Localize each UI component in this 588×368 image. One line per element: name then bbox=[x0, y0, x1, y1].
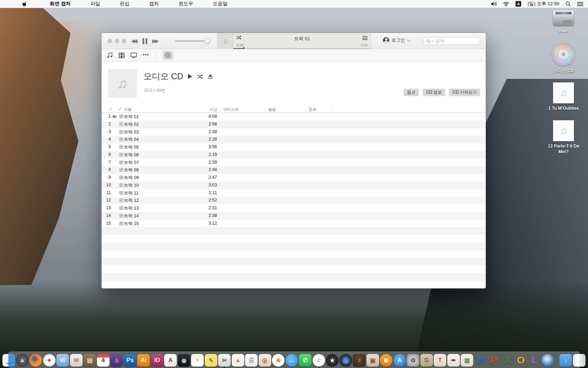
input-source-icon[interactable]: A bbox=[516, 1, 521, 7]
itunes-icon[interactable]: ♫ bbox=[313, 354, 325, 367]
dock-item-photos[interactable]: ❀ bbox=[272, 354, 285, 367]
desktop-icon-audio[interactable]: ♫12 Parle-T-Il De Moi? bbox=[545, 120, 582, 155]
track-checkbox[interactable]: ✓ bbox=[119, 137, 123, 141]
dock-item-finder[interactable]: ‿ bbox=[2, 354, 15, 367]
excel-icon[interactable]: X bbox=[501, 354, 514, 367]
dock-item-keynote[interactable]: T bbox=[434, 354, 446, 367]
shuffle-album-icon[interactable] bbox=[197, 74, 203, 79]
dock-item-textedit[interactable]: ≡ bbox=[191, 354, 204, 367]
stickies-icon[interactable]: ✎ bbox=[205, 354, 217, 367]
dock-item-imovie[interactable]: ★ bbox=[326, 354, 338, 367]
track-row[interactable]: 4✓트랙 042:28 bbox=[102, 136, 486, 143]
track-row[interactable]: 5✓트랙 053:56 bbox=[102, 143, 486, 151]
track-checkbox[interactable]: ✓ bbox=[119, 153, 123, 157]
menu-item-edit[interactable]: 편집 bbox=[120, 1, 130, 7]
imovie-icon[interactable]: ★ bbox=[326, 354, 338, 367]
track-checkbox[interactable]: ✓ bbox=[119, 161, 123, 164]
next-track-button[interactable]: ▶▶ bbox=[152, 38, 159, 44]
dock-item-mail[interactable]: ✉ bbox=[70, 354, 83, 367]
eject-icon[interactable] bbox=[208, 74, 212, 79]
pages-icon[interactable]: ✒ bbox=[447, 354, 460, 367]
dock-item-stickies[interactable]: ✎ bbox=[205, 354, 217, 367]
track-checkbox[interactable]: ✓ bbox=[119, 145, 123, 149]
menu-item-window[interactable]: 윈도우 bbox=[178, 1, 193, 7]
track-row[interactable]: 11✓트랙 112:11 bbox=[102, 189, 486, 197]
movies-tab-icon[interactable] bbox=[119, 53, 125, 58]
dock-item-contacts[interactable]: ▤ bbox=[83, 354, 96, 367]
pause-button[interactable] bbox=[142, 38, 147, 44]
track-row[interactable]: 7✓트랙 072:39 bbox=[102, 159, 486, 166]
keynote-icon[interactable]: T bbox=[434, 354, 446, 367]
garageband-icon[interactable]: ♪ bbox=[353, 354, 365, 367]
dock-item-facetime[interactable]: ✆ bbox=[299, 354, 312, 367]
track-row[interactable]: 3✓트랙 032:38 bbox=[102, 128, 486, 136]
track-row[interactable]: 9✓트랙 092:47 bbox=[102, 174, 486, 182]
track-checkbox[interactable]: ✓ bbox=[119, 130, 123, 134]
dock-item-system-preferences[interactable]: ⚙ bbox=[407, 354, 419, 367]
dock-item-photoshop[interactable]: Ps bbox=[124, 354, 136, 367]
dock-item-map-tool[interactable]: ◎ bbox=[259, 354, 271, 367]
dock-item-disc-burner[interactable]: ◎ bbox=[340, 354, 352, 367]
audio-cd-tab-selected[interactable] bbox=[163, 51, 173, 60]
grab-icon[interactable]: ✂ bbox=[218, 354, 231, 367]
dock-item-grab[interactable]: ✂ bbox=[218, 354, 231, 367]
dock-item-w-globe-app[interactable]: W bbox=[56, 354, 69, 367]
photoshop-icon[interactable]: Ps bbox=[124, 354, 136, 367]
dock-item-excel[interactable]: X bbox=[501, 354, 514, 367]
track-checkbox[interactable]: ✓ bbox=[119, 222, 123, 225]
firefox-icon[interactable] bbox=[29, 354, 42, 367]
safari-icon[interactable]: ✦ bbox=[43, 354, 56, 367]
photo-booth-icon[interactable]: ▣ bbox=[366, 354, 379, 367]
track-checkbox[interactable]: ✓ bbox=[119, 122, 123, 126]
dock-item-firefox[interactable] bbox=[29, 354, 42, 367]
dock-item-calendar[interactable]: 4 bbox=[97, 354, 110, 367]
dock-item-illustrator[interactable]: Ai bbox=[137, 354, 150, 367]
desktop-icon-cd[interactable]: 오디오 CD bbox=[552, 43, 575, 74]
track-row[interactable]: 10✓트랙 103:03 bbox=[102, 182, 486, 189]
dock-item-outlook[interactable]: O bbox=[514, 354, 527, 367]
cd-import-button[interactable]: CD 가져오기 bbox=[449, 89, 480, 96]
map-tool-icon[interactable]: ◎ bbox=[259, 354, 271, 367]
mail-icon[interactable]: ✉ bbox=[70, 354, 83, 367]
audio-icon[interactable]: ♫ bbox=[553, 120, 574, 141]
dock-item-launchpad[interactable]: ▲ bbox=[16, 354, 29, 367]
apple-menu-icon[interactable] bbox=[22, 1, 27, 7]
dock-item-ibooks[interactable]: ⋓ bbox=[380, 354, 392, 367]
dock-item-dvd-app[interactable]: ◉ bbox=[178, 354, 190, 367]
minimize-button[interactable] bbox=[115, 39, 119, 43]
dvd-app-icon[interactable]: ◉ bbox=[178, 354, 190, 367]
audio-icon[interactable]: ♫ bbox=[553, 82, 574, 103]
track-row[interactable]: 8✓트랙 082:48 bbox=[102, 166, 486, 174]
search-field[interactable]: 검색 bbox=[424, 37, 480, 45]
close-button[interactable] bbox=[108, 39, 112, 43]
w-globe-app-icon[interactable]: W bbox=[56, 354, 69, 367]
installer-g-icon[interactable]: G bbox=[420, 354, 433, 367]
dock-item-web-downloader[interactable]: ↓ bbox=[541, 354, 554, 367]
dock-item-numbers[interactable]: ▥ bbox=[461, 354, 473, 367]
track-checkbox[interactable]: ✓ bbox=[119, 191, 123, 195]
column-check[interactable]: ✓ bbox=[119, 107, 122, 111]
calendar-icon[interactable]: 4 bbox=[97, 354, 110, 367]
disc-burner-icon[interactable]: ◎ bbox=[340, 354, 352, 367]
indesign-icon[interactable]: ID bbox=[151, 354, 163, 367]
options-button[interactable]: 옵션 bbox=[404, 89, 419, 96]
numbers-icon[interactable]: ▥ bbox=[461, 354, 473, 367]
zoom-button[interactable] bbox=[122, 39, 126, 43]
dock-item-pages[interactable]: ✒ bbox=[447, 354, 460, 367]
column-name[interactable]: 이름 bbox=[124, 107, 132, 112]
messages-icon[interactable]: … bbox=[286, 354, 298, 367]
column-divider[interactable] bbox=[332, 107, 333, 112]
powerpoint-icon[interactable]: P bbox=[488, 354, 500, 367]
music-tab-icon[interactable] bbox=[107, 52, 113, 58]
track-checkbox[interactable]: ✓ bbox=[119, 115, 123, 118]
word-icon[interactable]: W bbox=[474, 354, 487, 367]
reminders-icon[interactable]: ☰ bbox=[245, 354, 258, 367]
desktop-icon-drive[interactable]: mac bbox=[553, 11, 574, 34]
vlc-icon[interactable]: ▲ bbox=[232, 354, 244, 367]
web-downloader-icon[interactable]: ↓ bbox=[541, 354, 554, 367]
dock-item-powerpoint[interactable]: P bbox=[488, 354, 500, 367]
dock-item-app-store[interactable]: A bbox=[393, 354, 406, 367]
track-row[interactable]: 14✓트랙 142:38 bbox=[102, 212, 486, 220]
dock-item-installer-g[interactable]: G bbox=[420, 354, 433, 367]
notification-center-icon[interactable] bbox=[577, 2, 583, 6]
